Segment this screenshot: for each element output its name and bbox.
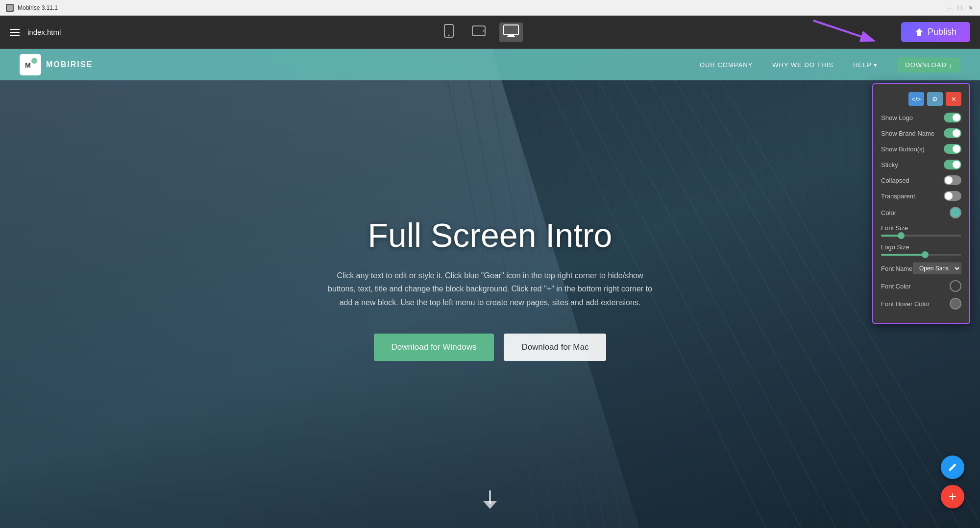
font-name-select[interactable]: Open Sans Roboto Lato Montserrat (913, 263, 961, 274)
site-navbar: M MOBIRISE OUR COMPANY WHY WE DO THIS HE… (0, 49, 980, 80)
transparent-row: Transparent (881, 191, 961, 201)
svg-marker-43 (483, 501, 497, 509)
nav-download[interactable]: DOWNLOAD ↓ (897, 57, 960, 72)
toolbar-right: Publish (901, 22, 970, 42)
font-name-label: Font Name (881, 265, 912, 272)
transparent-label: Transparent (881, 192, 915, 200)
show-logo-label: Show Logo (881, 114, 913, 121)
svg-rect-5 (504, 25, 518, 35)
logo-size-fill (881, 254, 925, 256)
delete-block-button[interactable]: ✕ (946, 92, 961, 106)
titlebar-left: Mobirise 3.11.1 (6, 4, 58, 12)
toolbar: index.html Publish (0, 16, 980, 49)
titlebar: Mobirise 3.11.1 − □ × (0, 0, 980, 16)
font-size-label: Font Size (881, 224, 961, 232)
hero-title: Full Screen Intro (323, 216, 657, 254)
logo-size-row: Logo Size (881, 243, 961, 256)
font-color-row: Font Color (881, 280, 961, 292)
settings-panel: </> ⚙ ✕ Show Logo Show Brand Name Show B… (872, 83, 970, 324)
font-hover-color-row: Font Hover Color (881, 298, 961, 310)
show-brand-name-label: Show Brand Name (881, 130, 934, 137)
svg-rect-7 (507, 36, 515, 37)
show-buttons-label: Show Button(s) (881, 145, 925, 153)
download-mac-button[interactable]: Download for Mac (504, 334, 606, 361)
transparent-toggle[interactable] (944, 191, 961, 201)
font-hover-color-label: Font Hover Color (881, 300, 930, 308)
app-icon (6, 4, 14, 12)
show-logo-toggle[interactable] (944, 113, 961, 122)
preview-area: M MOBIRISE OUR COMPANY WHY WE DO THIS HE… (0, 49, 980, 528)
download-windows-button[interactable]: Download for Windows (374, 334, 494, 361)
show-logo-row: Show Logo (881, 113, 961, 122)
hero-content: Full Screen Intro Click any text to edit… (314, 206, 666, 371)
show-brand-name-toggle[interactable] (944, 128, 961, 138)
brand-name: MOBIRISE (46, 60, 93, 69)
collapsed-row: Collapsed (881, 175, 961, 185)
hero-section: M MOBIRISE OUR COMPANY WHY WE DO THIS HE… (0, 49, 980, 528)
file-name: index.html (27, 28, 61, 36)
nav-our-company[interactable]: OUR COMPANY (700, 61, 753, 69)
hamburger-menu[interactable] (10, 29, 20, 36)
device-switcher (440, 22, 523, 43)
scroll-arrow[interactable] (483, 490, 497, 513)
svg-point-41 (31, 58, 37, 64)
app-title: Mobirise 3.11.1 (18, 4, 58, 11)
mobile-view-button[interactable] (440, 22, 458, 43)
svg-text:M: M (25, 61, 31, 69)
tablet-view-button[interactable] (468, 24, 490, 41)
minimize-button[interactable]: − (946, 4, 953, 11)
nav-help[interactable]: HELP ▾ (853, 61, 878, 69)
svg-rect-0 (7, 5, 13, 11)
font-name-row: Font Name Open Sans Roboto Lato Montserr… (881, 263, 961, 274)
titlebar-controls[interactable]: − □ × (946, 4, 974, 11)
desktop-view-button[interactable] (499, 23, 523, 42)
font-size-row: Font Size (881, 224, 961, 237)
toolbar-left: index.html (10, 28, 61, 36)
logo-size-thumb[interactable] (922, 251, 929, 258)
maximize-button[interactable]: □ (956, 4, 963, 11)
font-color-picker[interactable] (950, 280, 961, 292)
hero-buttons: Download for Windows Download for Mac (323, 334, 657, 361)
site-logo: M MOBIRISE (20, 54, 93, 75)
sticky-toggle[interactable] (944, 160, 961, 169)
nav-links: OUR COMPANY WHY WE DO THIS HELP ▾ DOWNLO… (700, 57, 960, 72)
color-picker[interactable] (950, 207, 961, 218)
publish-button[interactable]: Publish (901, 22, 970, 42)
show-buttons-row: Show Button(s) (881, 144, 961, 154)
font-size-thumb[interactable] (898, 232, 905, 239)
color-label: Color (881, 209, 896, 216)
svg-point-2 (448, 34, 449, 36)
code-editor-button[interactable]: </> (908, 92, 924, 106)
collapsed-label: Collapsed (881, 177, 909, 184)
show-brand-name-row: Show Brand Name (881, 128, 961, 138)
font-hover-color-picker[interactable] (950, 298, 961, 310)
font-color-label: Font Color (881, 283, 911, 290)
sticky-label: Sticky (881, 161, 898, 168)
settings-gear-button[interactable]: ⚙ (927, 92, 943, 106)
logo-icon: M (20, 54, 41, 75)
sticky-row: Sticky (881, 160, 961, 169)
nav-why-we-do-this[interactable]: WHY WE DO THIS (772, 61, 833, 69)
close-button[interactable]: × (967, 4, 974, 11)
logo-size-label: Logo Size (881, 243, 961, 251)
hero-subtitle: Click any text to edit or style it. Clic… (323, 269, 657, 309)
fab-edit-button[interactable] (941, 456, 964, 479)
svg-point-4 (483, 30, 484, 31)
color-row: Color (881, 207, 961, 218)
show-buttons-toggle[interactable] (944, 144, 961, 154)
logo-size-track (881, 254, 961, 256)
fab-add-button[interactable]: + (941, 485, 964, 508)
collapsed-toggle[interactable] (944, 175, 961, 185)
panel-toolbar: </> ⚙ ✕ (881, 92, 961, 106)
font-size-track (881, 235, 961, 237)
